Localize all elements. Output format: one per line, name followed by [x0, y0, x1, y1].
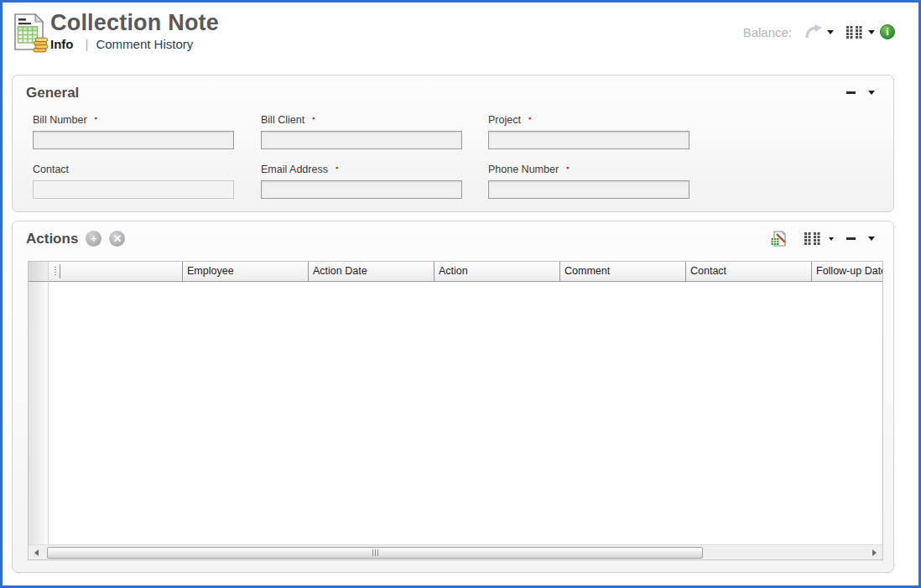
- grid-column-action[interactable]: Action: [434, 262, 559, 281]
- email-address-input[interactable]: [261, 180, 462, 199]
- drag-grip-icon: [55, 267, 56, 276]
- grid-column-comment[interactable]: Comment: [559, 262, 685, 281]
- required-marker: ▪: [566, 164, 569, 172]
- collapse-icon[interactable]: [846, 237, 856, 240]
- field-email-address: Email Address▪: [261, 164, 488, 199]
- row-selector-strip: [29, 262, 49, 544]
- balance-label: Balance:: [743, 25, 792, 39]
- project-label: Project: [488, 114, 521, 126]
- bill-client-input[interactable]: [261, 131, 462, 149]
- general-section: General Bill Number▪ Bill Client▪ Projec…: [12, 75, 894, 212]
- contact-label: Contact: [33, 164, 69, 175]
- collapse-icon[interactable]: [846, 91, 856, 94]
- scrollbar-track[interactable]: [45, 546, 866, 559]
- info-icon[interactable]: i: [880, 24, 895, 39]
- columns-chooser-button[interactable]: [846, 25, 865, 39]
- column-divider: [60, 264, 60, 278]
- general-fields: Bill Number▪ Bill Client▪ Project▪ Conta…: [13, 102, 893, 199]
- scroll-left-arrow-icon[interactable]: [34, 549, 39, 556]
- actions-section-header: Actions + ✕: [13, 221, 893, 248]
- required-marker: ▪: [336, 164, 338, 172]
- grid-column-contact[interactable]: Contact: [685, 262, 811, 281]
- general-section-title: General: [26, 85, 79, 101]
- section-menu-caret[interactable]: [868, 237, 875, 241]
- thumb-grip-icon: [375, 549, 376, 556]
- columns-icon: [846, 25, 865, 39]
- tab-comment-history[interactable]: Comment History: [96, 37, 193, 51]
- phone-number-input[interactable]: [488, 180, 689, 199]
- page-header: Collection Note Info | Comment History B…: [11, 10, 902, 65]
- field-bill-number: Bill Number▪: [33, 114, 261, 149]
- email-address-label: Email Address: [261, 164, 328, 175]
- scroll-right-arrow-icon[interactable]: [872, 549, 877, 556]
- section-menu-caret[interactable]: [868, 91, 875, 95]
- scrollbar-thumb[interactable]: [47, 547, 703, 559]
- actions-grid: Employee Action Date Action Comment Cont…: [28, 261, 883, 560]
- project-input[interactable]: [488, 131, 689, 149]
- grid-column-drag[interactable]: [49, 262, 182, 281]
- balance-history-button[interactable]: [804, 23, 824, 40]
- general-section-header: General: [13, 75, 893, 102]
- collection-note-icon: [11, 13, 49, 54]
- grid-column-follow-up-date[interactable]: Follow-up Date: [811, 262, 882, 281]
- bill-number-input[interactable]: [33, 131, 234, 149]
- field-bill-client: Bill Client▪: [261, 114, 488, 149]
- grid-columns-button[interactable]: [804, 232, 823, 246]
- bill-number-label: Bill Number: [33, 114, 87, 126]
- tab-bar: Info | Comment History: [50, 37, 219, 51]
- phone-number-label: Phone Number: [488, 164, 559, 175]
- delete-action-button[interactable]: ✕: [109, 231, 125, 247]
- required-marker: ▪: [312, 114, 315, 122]
- row-selector-header: [29, 262, 48, 282]
- page-title: Collection Note: [50, 10, 219, 36]
- tab-separator: |: [86, 37, 89, 51]
- tab-info[interactable]: Info: [50, 37, 74, 51]
- bill-client-label: Bill Client: [261, 114, 304, 126]
- thumb-grip-icon: [377, 549, 378, 556]
- thumb-grip-icon: [372, 549, 373, 556]
- field-phone-number: Phone Number▪: [488, 164, 716, 199]
- horizontal-scrollbar[interactable]: [29, 544, 882, 559]
- grid-column-employee[interactable]: Employee: [182, 262, 308, 281]
- add-action-button[interactable]: +: [86, 231, 101, 247]
- title-block: Collection Note Info | Comment History: [50, 10, 219, 51]
- field-project: Project▪: [488, 114, 716, 149]
- curved-arrow-icon: [804, 23, 824, 40]
- header-toolbar: Balance: i: [743, 23, 895, 40]
- collection-note-window: Collection Note Info | Comment History B…: [0, 0, 921, 588]
- grid-header-row: Employee Action Date Action Comment Cont…: [49, 262, 882, 282]
- grid-body-empty: [49, 282, 882, 544]
- balance-dropdown-caret[interactable]: [827, 30, 834, 34]
- field-contact: Contact: [33, 164, 261, 199]
- columns-dropdown-caret[interactable]: [868, 30, 875, 34]
- required-marker: ▪: [528, 114, 531, 122]
- actions-section: Actions + ✕: [12, 221, 894, 573]
- export-excel-button[interactable]: [770, 231, 788, 247]
- excel-export-icon: [770, 231, 788, 247]
- required-marker: ▪: [95, 114, 97, 122]
- contact-input: [33, 180, 234, 199]
- actions-section-title: Actions: [26, 231, 78, 247]
- columns-icon: [804, 232, 823, 246]
- grid-column-action-date[interactable]: Action Date: [308, 262, 434, 281]
- grid-columns-caret[interactable]: [829, 237, 834, 241]
